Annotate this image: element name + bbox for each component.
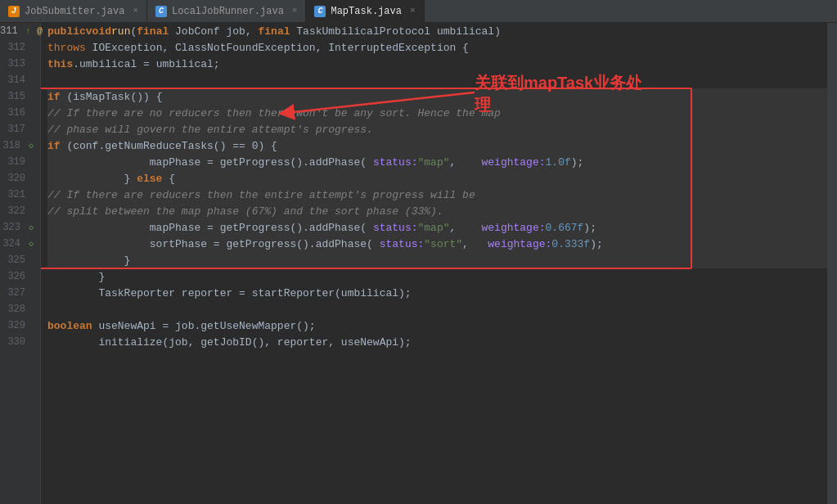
tab-icon-maptask: C xyxy=(314,6,326,17)
gutter-space-317 xyxy=(30,124,37,135)
annotation-text-line1: 关联到mapTask业务处 xyxy=(475,72,642,94)
code-line-313: this.umbilical = umbilical; xyxy=(47,56,827,72)
gutter-line-325: 325 xyxy=(0,252,40,268)
tab-label-jobsubmitter: JobSubmitter.java xyxy=(25,6,124,17)
tab-icon-localjobrunner: C xyxy=(155,6,167,17)
line-number-313: 313 xyxy=(0,58,30,70)
code-line-315: if (isMapTask()) { xyxy=(47,88,827,105)
tab-icon-jobsubmitter: J xyxy=(8,6,20,17)
annotation: 关联到mapTask业务处 理 xyxy=(475,72,642,116)
gutter-space-316 xyxy=(30,107,37,119)
line-number-330: 330 xyxy=(0,336,30,348)
code-line-329: boolean useNewApi = job.getUseNewMapper(… xyxy=(47,317,827,334)
code-area[interactable]: public void run(final JobConf job, final… xyxy=(41,23,827,504)
code-line-312: throws IOException, ClassNotFoundExcepti… xyxy=(47,39,827,56)
line-number-327: 327 xyxy=(0,287,30,299)
tab-label-maptask: MapTask.java xyxy=(331,6,401,17)
gutter-space-313 xyxy=(30,58,37,70)
gutter-space-319 xyxy=(30,156,37,168)
gutter-line-329: 329 xyxy=(0,317,40,334)
line-number-326: 326 xyxy=(0,271,30,282)
tab-bar: J JobSubmitter.java × C LocalJobRunner.j… xyxy=(0,0,837,23)
gutter-line-312: 312 xyxy=(0,39,40,56)
diamond-icon-324: ◇ xyxy=(25,238,37,250)
line-number-315: 315 xyxy=(0,91,30,102)
line-number-312: 312 xyxy=(0,42,30,53)
line-number-318: 318 xyxy=(0,140,25,151)
code-line-321: // If there are reducers then the entire… xyxy=(47,187,827,203)
code-line-316: // If there are no reducers then there w… xyxy=(47,105,827,121)
code-line-325: } xyxy=(47,252,827,268)
tab-jobsubmitter[interactable]: J JobSubmitter.java × xyxy=(0,0,147,22)
gutter-line-326: 326 xyxy=(0,268,40,285)
line-number-316: 316 xyxy=(0,107,30,119)
editor-area: 311↑@312313314315316317318◇3193203213223… xyxy=(0,23,837,504)
gutter-space-321 xyxy=(30,189,37,200)
line-number-329: 329 xyxy=(0,320,30,331)
code-line-326: } xyxy=(47,268,827,285)
code-line-314 xyxy=(47,72,827,88)
gutter-line-311: 311↑@ xyxy=(0,23,40,39)
gutter-space-326 xyxy=(30,271,37,282)
gutter-line-328: 328 xyxy=(0,301,40,317)
gutter-line-314: 314 xyxy=(0,72,40,88)
gutter-space-320 xyxy=(30,173,37,184)
line-number-324: 324 xyxy=(0,238,25,250)
code-line-319: mapPhase = getProgress().addPhase( statu… xyxy=(47,154,827,170)
line-number-317: 317 xyxy=(0,124,30,135)
gutter-space-329 xyxy=(30,320,37,331)
line-number-319: 319 xyxy=(0,156,30,168)
code-line-328 xyxy=(47,301,827,317)
line-number-328: 328 xyxy=(0,304,30,315)
code-line-323: mapPhase = getProgress().addPhase( statu… xyxy=(47,219,827,236)
gutter-space-322 xyxy=(30,205,37,217)
gutter-line-319: 319 xyxy=(0,154,40,170)
annotation-text-line2: 理 xyxy=(475,94,642,116)
diamond-icon-323: ◇ xyxy=(25,222,37,233)
code-line-330: initialize(job, getJobID(), reporter, us… xyxy=(47,334,827,350)
scroll-gutter xyxy=(827,23,837,504)
line-gutter: 311↑@312313314315316317318◇3193203213223… xyxy=(0,23,41,504)
code-line-324: sortPhase = getProgress().addPhase( stat… xyxy=(47,236,827,252)
gutter-line-318: 318◇ xyxy=(0,137,40,154)
line-number-311: 311 xyxy=(0,25,23,37)
gutter-line-324: 324◇ xyxy=(0,236,40,252)
code-line-318: if (conf.getNumReduceTasks() == 0) { xyxy=(47,137,827,154)
gutter-space-328 xyxy=(30,304,37,315)
gutter-line-316: 316 xyxy=(0,105,40,121)
line-number-323: 323 xyxy=(0,222,25,233)
gutter-line-321: 321 xyxy=(0,187,40,203)
tab-localjobrunner[interactable]: C LocalJobRunner.java × xyxy=(147,0,306,22)
tab-label-localjobrunner: LocalJobRunner.java xyxy=(172,6,284,17)
line-number-325: 325 xyxy=(0,254,30,266)
gutter-line-323: 323◇ xyxy=(0,219,40,236)
code-line-317: // phase will govern the entire attempt'… xyxy=(47,121,827,137)
gutter-line-327: 327 xyxy=(0,285,40,301)
code-line-311: public void run(final JobConf job, final… xyxy=(47,23,827,39)
gutter-space-330 xyxy=(30,336,37,348)
gutter-line-320: 320 xyxy=(0,170,40,187)
line-number-320: 320 xyxy=(0,173,30,184)
tab-close-localjobrunner[interactable]: × xyxy=(292,7,298,16)
code-line-322: // split between the map phase (67%) and… xyxy=(47,203,827,219)
code-line-327: TaskReporter reporter = startReporter(um… xyxy=(47,285,827,301)
gutter-space-327 xyxy=(30,287,37,299)
gutter-space-312 xyxy=(30,42,37,53)
tab-close-jobsubmitter[interactable]: × xyxy=(133,7,138,16)
gutter-line-313: 313 xyxy=(0,56,40,72)
gutter-line-330: 330 xyxy=(0,334,40,350)
line-number-322: 322 xyxy=(0,205,30,217)
gutter-space-325 xyxy=(30,254,37,266)
arrow-up-icon: ↑ xyxy=(23,25,34,37)
gutter-line-315: 315 xyxy=(0,88,40,105)
line-number-321: 321 xyxy=(0,189,30,200)
tab-maptask[interactable]: C MapTask.java × xyxy=(306,0,424,23)
diamond-icon-318: ◇ xyxy=(25,140,37,151)
gutter-line-317: 317 xyxy=(0,121,40,137)
code-line-320: } else { xyxy=(47,170,827,187)
line-number-314: 314 xyxy=(0,74,30,86)
tab-close-maptask[interactable]: × xyxy=(410,7,416,16)
gutter-space-315 xyxy=(30,91,37,102)
gutter-line-322: 322 xyxy=(0,203,40,219)
gutter-space-314 xyxy=(30,74,37,86)
